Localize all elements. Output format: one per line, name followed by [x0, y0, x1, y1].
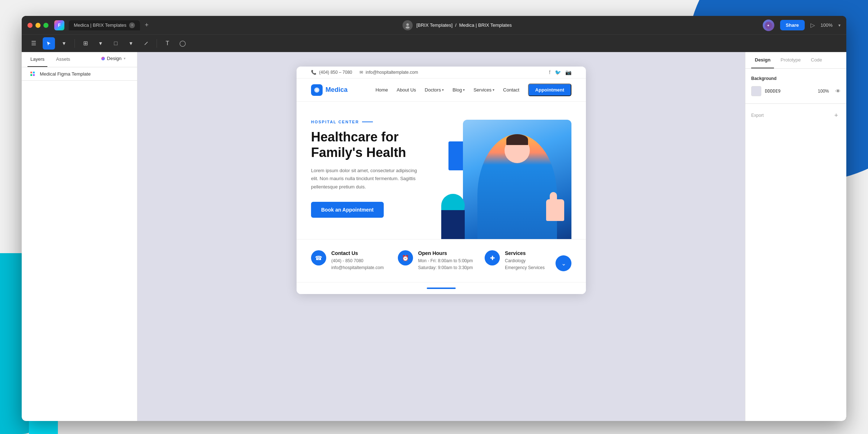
- design-panel-toggle: Design ▾: [95, 52, 131, 67]
- design-dot-icon: [101, 57, 105, 60]
- nav-contact[interactable]: Contact: [503, 87, 519, 93]
- pen-tool[interactable]: [140, 37, 152, 50]
- export-add-btn[interactable]: +: [832, 111, 841, 120]
- comment-tool[interactable]: ◯: [176, 37, 189, 50]
- footer-card-hours: ⏰ Open Hours Mon - Fri: 8:00am to 5:00pm…: [398, 250, 485, 271]
- site-logo[interactable]: Medica: [311, 84, 348, 96]
- design-panel-tab[interactable]: Design: [751, 52, 774, 68]
- left-divider: [22, 80, 137, 81]
- twitter-icon[interactable]: 🐦: [555, 69, 561, 75]
- background-hex-value[interactable]: DDDDE9: [765, 89, 814, 94]
- nav-home[interactable]: Home: [375, 87, 388, 93]
- figma-logo-icon: F: [54, 20, 64, 30]
- topbar-phone: 📞 (404) 850 – 7080: [311, 70, 352, 75]
- design-label: Design: [107, 56, 122, 61]
- prototype-panel-tab[interactable]: Prototype: [777, 52, 804, 68]
- nav-blog[interactable]: Blog: [452, 87, 465, 93]
- collaborator-avatar: ✦: [763, 20, 774, 31]
- user-avatar: [403, 20, 413, 30]
- logo-text: Medica: [326, 86, 348, 94]
- svg-rect-30: [30, 74, 32, 76]
- scroll-bottom-bar: [297, 282, 586, 294]
- nav-doctors[interactable]: Doctors: [425, 87, 444, 93]
- svg-rect-31: [33, 74, 35, 76]
- hours-saturday: Saturday: 9:00am to 3:30pm: [418, 264, 473, 271]
- contact-phone: (404) - 850 7080: [331, 258, 384, 264]
- footer-card-services-text: Services Cardiology Emergency Services: [505, 250, 545, 271]
- svg-rect-28: [30, 72, 32, 73]
- menu-btn[interactable]: ☰: [27, 37, 40, 50]
- site-nav-links: Home About Us Doctors Blog Services Cont…: [375, 84, 571, 96]
- layer-item-medical[interactable]: Medical Figma Template: [22, 67, 137, 80]
- hours-details: Mon - Fri: 8:00am to 5:00pm Saturday: 9:…: [418, 258, 473, 271]
- browser-tab[interactable]: Medica | BRIX Templates ×: [69, 20, 140, 30]
- title-center: [BRIX Templates] / Medica | BRIX Templat…: [152, 20, 762, 30]
- frame-dropdown[interactable]: ▾: [94, 37, 107, 50]
- design-chevron-icon: ▾: [124, 56, 125, 60]
- nav-about[interactable]: About Us: [397, 87, 416, 93]
- right-panel-tabs: Design Prototype Code: [745, 52, 846, 69]
- svg-point-25: [406, 26, 410, 29]
- play-icon[interactable]: ▷: [810, 22, 815, 29]
- assets-tab[interactable]: Assets: [53, 52, 73, 67]
- contact-icon: ☎: [311, 250, 326, 265]
- tab-label: Medica | BRIX Templates: [74, 22, 126, 28]
- frame-tool[interactable]: ⊞: [79, 37, 92, 50]
- breadcrumb: [BRIX Templates] / Medica | BRIX Templat…: [416, 22, 512, 28]
- visibility-eye-icon[interactable]: 👁: [835, 88, 841, 94]
- background-section: Background DDDDE9 100% 👁: [745, 69, 846, 104]
- left-panel: Layers Assets Design ▾: [22, 52, 137, 421]
- layers-tab[interactable]: Layers: [27, 52, 47, 67]
- hours-weekday: Mon - Fri: 8:00am to 5:00pm: [418, 258, 473, 264]
- hours-title: Open Hours: [418, 250, 473, 256]
- book-appointment-btn[interactable]: Book an Appointment: [311, 202, 384, 218]
- minimize-window-btn[interactable]: [35, 23, 41, 28]
- footer-card-contact-text: Contact Us (404) - 850 7080 info@hospita…: [331, 250, 384, 271]
- select-tool[interactable]: [43, 37, 55, 50]
- svg-text:✦: ✦: [767, 24, 770, 27]
- export-section: Export +: [745, 104, 846, 127]
- site-footer-cards: ☎ Contact Us (404) - 850 7080 info@hospi…: [297, 239, 586, 282]
- zoom-level[interactable]: 100%: [821, 22, 833, 28]
- thumbs-up-icon: [546, 199, 564, 221]
- figma-layer-icon: [29, 70, 36, 77]
- app-window: F Medica | BRIX Templates × + [BRIX Temp…: [22, 16, 846, 421]
- hero-description: Lorem ipsum dolor sit amet, consectetur …: [311, 167, 420, 191]
- share-button[interactable]: Share: [780, 20, 805, 30]
- tab-close-btn[interactable]: ×: [129, 22, 135, 28]
- shape-tool[interactable]: □: [110, 37, 122, 50]
- instagram-icon[interactable]: 📷: [565, 69, 571, 75]
- doctor-hair: [506, 134, 528, 145]
- zoom-dropdown-icon[interactable]: ▾: [838, 23, 841, 28]
- background-color-row: DDDDE9 100% 👁: [751, 86, 841, 96]
- hero-left: HOSPITAL CENTER Healthcare for Family's …: [311, 120, 441, 239]
- phone-number: (404) 850 – 7080: [319, 70, 352, 75]
- footer-card-hours-text: Open Hours Mon - Fri: 8:00am to 5:00pm S…: [418, 250, 473, 271]
- service-emergency: Emergency Services: [505, 264, 545, 271]
- website-preview: 📞 (404) 850 – 7080 ✉ info@hospitaltempla…: [297, 67, 586, 294]
- background-opacity-value[interactable]: 100%: [818, 89, 829, 94]
- background-color-swatch[interactable]: [751, 86, 761, 96]
- contact-details: (404) - 850 7080 info@hospitaltemplate.c…: [331, 258, 384, 271]
- code-panel-tab[interactable]: Code: [807, 52, 826, 68]
- nav-services[interactable]: Services: [473, 87, 494, 93]
- footer-card-contact: ☎ Contact Us (404) - 850 7080 info@hospi…: [311, 250, 398, 271]
- hero-title-line1: Healthcare for: [311, 129, 399, 144]
- toolbar-separator-2: [157, 39, 157, 48]
- hero-right: [441, 120, 571, 239]
- scroll-indicator: [427, 288, 456, 289]
- text-tool[interactable]: T: [161, 37, 174, 50]
- facebook-icon[interactable]: f: [549, 69, 550, 75]
- close-window-btn[interactable]: [27, 23, 33, 28]
- new-tab-btn[interactable]: +: [141, 20, 152, 30]
- design-tab[interactable]: Design ▾: [95, 52, 131, 65]
- select-dropdown[interactable]: ▾: [58, 37, 70, 50]
- hours-icon: ⏰: [398, 250, 413, 265]
- services-title: Services: [505, 250, 545, 256]
- maximize-window-btn[interactable]: [43, 23, 48, 28]
- canvas-area[interactable]: 📞 (404) 850 – 7080 ✉ info@hospitaltempla…: [137, 52, 745, 421]
- hero-navy-shape: [441, 210, 465, 239]
- shape-dropdown[interactable]: ▾: [125, 37, 137, 50]
- nav-appointment-btn[interactable]: Appointment: [528, 84, 571, 96]
- contact-email: info@hospitaltemplate.com: [331, 264, 384, 271]
